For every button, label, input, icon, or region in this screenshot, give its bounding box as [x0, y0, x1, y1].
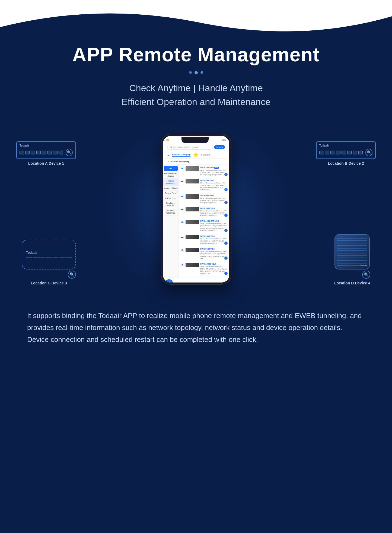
back-arrow-icon[interactable]: ←: [167, 160, 170, 163]
category-title-text: Router/Gateway: [171, 160, 190, 163]
phone-header: 📶 60% 🔍 Model/Function/Specification Sea…: [163, 136, 229, 164]
product-name-3: GW8-500 V3.0: [200, 194, 227, 197]
product-item-6[interactable]: ☁ GW8-2000 V3.0 Cloud | Recommended Acce…: [180, 234, 228, 246]
product-cloud-icon-4: ☁: [181, 207, 184, 211]
product-item-8[interactable]: ☁ GW8-10000 V3.0 Cloud | Recommended Acc…: [180, 262, 228, 276]
product-badge-1: New: [214, 167, 219, 169]
battery-status: 60%: [221, 139, 226, 141]
product-item-1[interactable]: ☁ GW8-100 V3.0 New Cloud | Recommended A…: [180, 165, 228, 177]
product-desc-7: Cloud | Recommended Access 5000 | 8Gigab…: [200, 250, 227, 260]
port-6: [47, 151, 52, 154]
dot-3: [200, 71, 203, 74]
sidebar-recommended[interactable]: Recommended Access: [163, 171, 179, 179]
product-name-6: GW8-2000 V3.0: [200, 235, 227, 237]
product-name-2: GW8-200 V3.0: [200, 179, 227, 182]
product-add-btn-8[interactable]: +: [224, 272, 228, 275]
product-cloud-icon-1: ☁: [181, 166, 184, 170]
product-info-4: GW8-1000 V3.0 Cloud | Recommended Access…: [200, 207, 227, 217]
product-info-8: GW8-10000 V3.0 Cloud | Recommended Acces…: [200, 263, 227, 275]
product-info-3: GW8-500 V3.0 Cloud | Recommended Access …: [200, 194, 227, 204]
product-item-3[interactable]: ☁ GW8-500 V3.0 Cloud | Recommended Acces…: [180, 193, 228, 205]
device-location-a: Todaair 🔍 Location A Device 1: [16, 141, 76, 166]
product-cloud-icon-6: ☁: [181, 235, 184, 239]
product-cloud-icon-3: ☁: [181, 194, 184, 198]
sidebar-all[interactable]: All: [164, 166, 178, 171]
sidebar-ap-cpe[interactable]: Number of AP/CPE: [163, 201, 179, 208]
port-7: [53, 151, 58, 154]
product-info-5: GW8-1000-SFP V3.0 Cloud | Recommended Ac…: [200, 220, 227, 232]
product-add-btn-4[interactable]: +: [224, 214, 228, 217]
port-b-6: [347, 151, 352, 154]
port-4: [36, 151, 41, 154]
product-image-5: [186, 220, 199, 224]
product-item-7[interactable]: ☁ GW8-5000 V3.0 Cloud | Recommended Acce…: [180, 247, 228, 261]
product-desc-2: Cloud | Recommended Access 200 | 5Gigabi…: [200, 182, 227, 191]
search-icon: 🔍: [170, 146, 172, 148]
tab-favourite[interactable]: Favourite: [201, 154, 210, 156]
devices-area: Todaair 🔍 Location A Device 1 Todaair: [0, 125, 392, 293]
product-image-6: [186, 235, 199, 239]
category-icon: ☰: [167, 154, 170, 156]
product-add-btn-2[interactable]: +: [224, 188, 228, 191]
phone-screen-area: 📶 60% 🔍 Model/Function/Specification Sea…: [163, 136, 229, 283]
device-c-caption: Location C Device 3: [22, 281, 76, 285]
sidebar-number-ports[interactable]: Number of Ports: [163, 186, 179, 191]
sidebar-pse-ports[interactable]: PSE of Ports: [163, 196, 179, 201]
device-a-search-icon: 🔍: [66, 149, 73, 156]
product-desc-4: Cloud | Recommended Access 1000 | 6Gigab…: [200, 210, 227, 217]
wifi-icon: 📶: [166, 139, 169, 141]
sidebar-access-bandwidth[interactable]: Access Bandwidth: [163, 179, 179, 186]
product-name-7: GW8-5000 V3.0: [200, 248, 227, 250]
product-item-5[interactable]: ☁ GW8-1000-SFP V3.0 Cloud | Recommended …: [180, 219, 228, 233]
device-d-brand: Todaair: [359, 264, 367, 267]
device-c-brand: Todaair: [26, 251, 72, 255]
device-b-ports: 🔍: [319, 149, 372, 156]
device-location-b: Todaair 🔍 Location B Device 2: [316, 141, 376, 166]
sidebar-rate-ports[interactable]: Rate of Ports: [163, 191, 179, 196]
device-c-search-icon: 🔍: [68, 271, 76, 279]
product-info-1: GW8-100 V3.0 New Cloud | Recommended Acc…: [200, 166, 227, 176]
phone-search-bar[interactable]: 🔍 Model/Function/Specification Search: [165, 144, 227, 151]
subtitle: Check Anytime | Handle Anytime Efficient…: [0, 81, 392, 109]
product-desc-6: Cloud | Recommended Access 2000 | 6*2.5G…: [200, 238, 227, 245]
cart-button[interactable]: 🛒: [165, 279, 173, 283]
port-1: [20, 151, 24, 154]
product-image-4: [186, 207, 199, 211]
product-name-5: GW8-1000-SFP V3.0: [200, 220, 227, 222]
product-image-2: [186, 179, 199, 183]
device-location-c: Todaair 🔍 Location C Device 3: [22, 240, 76, 285]
product-add-btn-6[interactable]: +: [224, 242, 228, 245]
port-2: [25, 151, 30, 154]
product-add-btn-3[interactable]: +: [224, 201, 228, 204]
device-b-caption: Location B Device 2: [316, 161, 376, 166]
sidebar-sdwan[interactable]: SD-WAN Networking: [163, 208, 179, 215]
phone-product-list: ☁ GW8-100 V3.0 New Cloud | Recommended A…: [179, 164, 229, 278]
product-item-2[interactable]: ☁ GW8-200 V3.0 Cloud | Recommended Acces…: [180, 178, 228, 192]
phone-search-input[interactable]: 🔍 Model/Function/Specification: [167, 145, 213, 150]
product-cloud-icon-7: ☁: [181, 248, 184, 252]
phone-tabs: ☰ Product Category ⭐ Favourite: [165, 151, 227, 159]
device-d-caption: Location D Device 4: [334, 281, 370, 285]
tab-product-category[interactable]: Product Category: [172, 153, 190, 157]
port-b-8: [358, 151, 363, 154]
product-name-1: GW8-100 V3.0 New: [200, 166, 227, 169]
phone-status-bar: 📶 60%: [165, 137, 227, 144]
port-b-2: [325, 151, 330, 154]
product-item-4[interactable]: ☁ GW8-1000 V3.0 Cloud | Recommended Acce…: [180, 206, 228, 218]
port-b-1: [319, 151, 324, 154]
phone-category-nav: ← Router/Gateway: [165, 159, 227, 164]
device-d-container: Todaair 🔍: [334, 234, 370, 279]
pagination-dots: [0, 71, 392, 74]
product-cloud-icon-5: ☁: [181, 220, 184, 224]
product-add-btn-5[interactable]: +: [224, 229, 228, 232]
port-b-7: [353, 151, 357, 154]
phone-mockup: 📶 60% 🔍 Model/Function/Specification Sea…: [161, 134, 231, 285]
phone-search-button[interactable]: Search: [214, 145, 225, 149]
phone-bottom-bar: 🛒: [163, 278, 229, 283]
product-image-3: [186, 194, 199, 199]
product-info-7: GW8-5000 V3.0 Cloud | Recommended Access…: [200, 248, 227, 260]
page-title: APP Remote Management: [0, 43, 392, 66]
product-add-btn-7[interactable]: +: [224, 256, 228, 260]
device-d-stripes: [335, 235, 369, 269]
product-add-btn-1[interactable]: +: [224, 173, 228, 176]
